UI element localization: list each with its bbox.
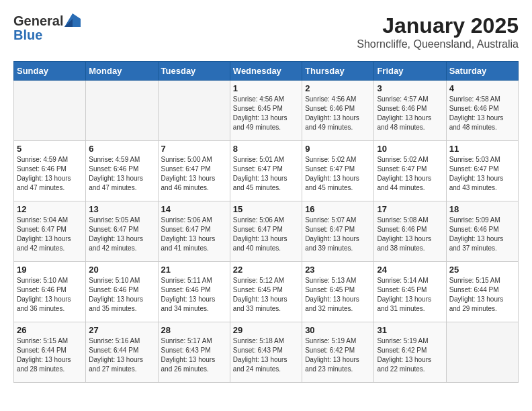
day-info: Sunrise: 5:06 AM Sunset: 6:47 PM Dayligh… [233,216,299,253]
calendar-cell: 16Sunrise: 5:07 AM Sunset: 6:47 PM Dayli… [302,201,374,262]
calendar-cell: 10Sunrise: 5:02 AM Sunset: 6:47 PM Dayli… [374,141,446,201]
logo: General Blue [13,13,81,43]
calendar-cell: 27Sunrise: 5:16 AM Sunset: 6:44 PM Dayli… [86,322,158,383]
calendar-cell [446,322,518,383]
calendar-cell: 21Sunrise: 5:11 AM Sunset: 6:46 PM Dayli… [158,262,230,322]
day-number: 31 [377,325,443,335]
calendar-cell: 31Sunrise: 5:19 AM Sunset: 6:42 PM Dayli… [374,322,446,383]
weekday-header-cell: Friday [374,62,446,81]
day-info: Sunrise: 4:59 AM Sunset: 6:46 PM Dayligh… [17,155,83,193]
day-number: 9 [305,144,371,154]
day-info: Sunrise: 5:03 AM Sunset: 6:47 PM Dayligh… [449,155,515,193]
day-number: 14 [161,204,227,214]
calendar-cell: 1Sunrise: 4:56 AM Sunset: 6:45 PM Daylig… [230,81,302,141]
day-number: 30 [305,325,371,335]
day-info: Sunrise: 4:56 AM Sunset: 6:45 PM Dayligh… [233,95,299,132]
day-number: 5 [17,144,83,154]
calendar-week-row: 19Sunrise: 5:10 AM Sunset: 6:46 PM Dayli… [14,262,519,322]
calendar-cell [86,81,158,141]
day-info: Sunrise: 5:16 AM Sunset: 6:44 PM Dayligh… [89,336,154,374]
calendar-cell: 2Sunrise: 4:56 AM Sunset: 6:46 PM Daylig… [302,81,374,141]
day-info: Sunrise: 4:58 AM Sunset: 6:46 PM Dayligh… [449,95,515,132]
calendar-cell: 17Sunrise: 5:08 AM Sunset: 6:46 PM Dayli… [374,201,446,262]
calendar-cell: 6Sunrise: 4:59 AM Sunset: 6:46 PM Daylig… [86,141,158,201]
calendar-cell: 7Sunrise: 5:00 AM Sunset: 6:47 PM Daylig… [158,141,230,201]
day-number: 11 [449,144,515,154]
calendar-cell [14,81,86,141]
day-info: Sunrise: 5:17 AM Sunset: 6:43 PM Dayligh… [161,336,227,374]
day-number: 29 [233,325,299,335]
day-number: 26 [17,325,83,335]
page-header: General Blue January 2025 Shorncliffe, Q… [13,13,519,50]
day-info: Sunrise: 5:10 AM Sunset: 6:46 PM Dayligh… [17,276,83,314]
day-number: 25 [449,265,515,275]
day-number: 23 [305,265,371,275]
calendar-cell: 28Sunrise: 5:17 AM Sunset: 6:43 PM Dayli… [158,322,230,383]
day-info: Sunrise: 5:11 AM Sunset: 6:46 PM Dayligh… [161,276,227,314]
calendar-cell: 14Sunrise: 5:06 AM Sunset: 6:47 PM Dayli… [158,201,230,262]
day-number: 18 [449,204,515,214]
day-info: Sunrise: 5:13 AM Sunset: 6:45 PM Dayligh… [305,276,371,314]
calendar-cell: 18Sunrise: 5:09 AM Sunset: 6:46 PM Dayli… [446,201,518,262]
day-info: Sunrise: 5:19 AM Sunset: 6:42 PM Dayligh… [377,336,443,374]
day-number: 28 [161,325,227,335]
day-number: 13 [89,204,154,214]
weekday-header-cell: Tuesday [158,62,230,81]
calendar-cell: 20Sunrise: 5:10 AM Sunset: 6:46 PM Dayli… [86,262,158,322]
weekday-header-cell: Thursday [302,62,374,81]
weekday-header-cell: Monday [86,62,158,81]
calendar-cell [158,81,230,141]
day-info: Sunrise: 5:19 AM Sunset: 6:42 PM Dayligh… [305,336,371,374]
day-info: Sunrise: 5:10 AM Sunset: 6:46 PM Dayligh… [89,276,154,314]
day-number: 3 [377,83,443,93]
day-number: 10 [377,144,443,154]
calendar-cell: 30Sunrise: 5:19 AM Sunset: 6:42 PM Dayli… [302,322,374,383]
day-info: Sunrise: 5:12 AM Sunset: 6:45 PM Dayligh… [233,276,299,314]
logo-icon [64,13,81,27]
day-info: Sunrise: 5:06 AM Sunset: 6:47 PM Dayligh… [161,216,227,253]
day-info: Sunrise: 4:57 AM Sunset: 6:46 PM Dayligh… [377,95,443,132]
calendar-week-row: 5Sunrise: 4:59 AM Sunset: 6:46 PM Daylig… [14,141,519,201]
title-block: January 2025 Shorncliffe, Queensland, Au… [357,13,519,50]
calendar-cell: 4Sunrise: 4:58 AM Sunset: 6:46 PM Daylig… [446,81,518,141]
month-title: January 2025 [357,13,519,38]
calendar-cell: 25Sunrise: 5:15 AM Sunset: 6:44 PM Dayli… [446,262,518,322]
day-info: Sunrise: 5:15 AM Sunset: 6:44 PM Dayligh… [449,276,515,314]
day-info: Sunrise: 5:08 AM Sunset: 6:46 PM Dayligh… [377,216,443,253]
day-info: Sunrise: 5:00 AM Sunset: 6:47 PM Dayligh… [161,155,227,193]
day-info: Sunrise: 5:05 AM Sunset: 6:47 PM Dayligh… [89,216,154,253]
day-info: Sunrise: 5:15 AM Sunset: 6:44 PM Dayligh… [17,336,83,374]
day-number: 17 [377,204,443,214]
day-info: Sunrise: 5:07 AM Sunset: 6:47 PM Dayligh… [305,216,371,253]
weekday-header-cell: Wednesday [230,62,302,81]
weekday-header-row: SundayMondayTuesdayWednesdayThursdayFrid… [14,62,519,81]
logo-general-text: General [13,13,63,29]
calendar-cell: 13Sunrise: 5:05 AM Sunset: 6:47 PM Dayli… [86,201,158,262]
day-number: 22 [233,265,299,275]
calendar-table: SundayMondayTuesdayWednesdayThursdayFrid… [13,61,519,383]
day-number: 12 [17,204,83,214]
location-text: Shorncliffe, Queensland, Australia [357,38,519,50]
day-number: 8 [233,144,299,154]
day-number: 24 [377,265,443,275]
calendar-cell: 29Sunrise: 5:18 AM Sunset: 6:43 PM Dayli… [230,322,302,383]
day-info: Sunrise: 5:01 AM Sunset: 6:47 PM Dayligh… [233,155,299,193]
calendar-cell: 11Sunrise: 5:03 AM Sunset: 6:47 PM Dayli… [446,141,518,201]
day-number: 16 [305,204,371,214]
calendar-cell: 22Sunrise: 5:12 AM Sunset: 6:45 PM Dayli… [230,262,302,322]
calendar-cell: 19Sunrise: 5:10 AM Sunset: 6:46 PM Dayli… [14,262,86,322]
day-info: Sunrise: 5:14 AM Sunset: 6:45 PM Dayligh… [377,276,443,314]
day-number: 19 [17,265,83,275]
weekday-header-cell: Sunday [14,62,86,81]
calendar-cell: 15Sunrise: 5:06 AM Sunset: 6:47 PM Dayli… [230,201,302,262]
day-info: Sunrise: 4:56 AM Sunset: 6:46 PM Dayligh… [305,95,371,132]
weekday-header-cell: Saturday [446,62,518,81]
day-info: Sunrise: 5:18 AM Sunset: 6:43 PM Dayligh… [233,336,299,374]
calendar-week-row: 12Sunrise: 5:04 AM Sunset: 6:47 PM Dayli… [14,201,519,262]
day-info: Sunrise: 5:04 AM Sunset: 6:47 PM Dayligh… [17,216,83,253]
calendar-cell: 12Sunrise: 5:04 AM Sunset: 6:47 PM Dayli… [14,201,86,262]
calendar-cell: 3Sunrise: 4:57 AM Sunset: 6:46 PM Daylig… [374,81,446,141]
day-number: 7 [161,144,227,154]
calendar-cell: 26Sunrise: 5:15 AM Sunset: 6:44 PM Dayli… [14,322,86,383]
day-info: Sunrise: 5:02 AM Sunset: 6:47 PM Dayligh… [377,155,443,193]
